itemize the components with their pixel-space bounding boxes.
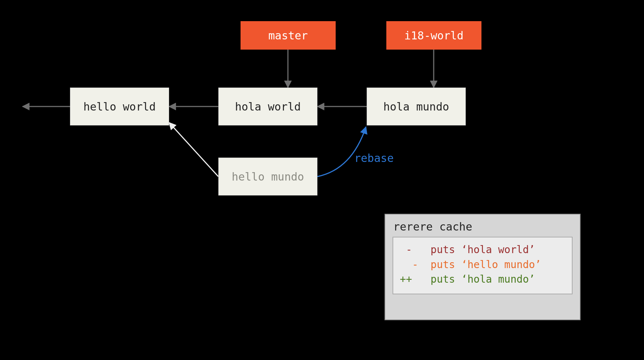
commit-label: hola world — [235, 100, 301, 113]
commit-label: hello mundo — [232, 170, 304, 183]
diff-line: - puts ‘hola world’ — [400, 243, 565, 258]
commit-hola-world: hola world — [218, 88, 317, 125]
branch-master-label: master — [268, 29, 308, 42]
diff-line: - puts ‘hello mundo’ — [400, 258, 565, 272]
commit-hello-mundo-stale: hello mundo — [218, 158, 317, 196]
rerere-cache-diff: - puts ‘hola world’ - puts ‘hello mundo’… — [393, 237, 573, 294]
commit-label: hola mundo — [383, 100, 449, 113]
commit-hello-world: hello world — [70, 88, 169, 125]
branch-i18-label: i18-world — [404, 29, 464, 42]
commit-label: hello world — [83, 100, 156, 113]
rerere-cache-title: rerere cache — [385, 214, 580, 237]
commit-hola-mundo: hola mundo — [367, 88, 466, 125]
rerere-cache-panel: rerere cache - puts ‘hola world’ - puts … — [385, 214, 581, 320]
svg-line-5 — [169, 123, 218, 177]
branch-master: master — [241, 21, 336, 50]
rebase-label: rebase — [354, 152, 394, 164]
diagram-canvas: master i18-world hello world hola world … — [0, 0, 644, 360]
diff-line: ++ puts ‘hola mundo’ — [400, 272, 565, 287]
branch-i18-world: i18-world — [386, 21, 481, 50]
